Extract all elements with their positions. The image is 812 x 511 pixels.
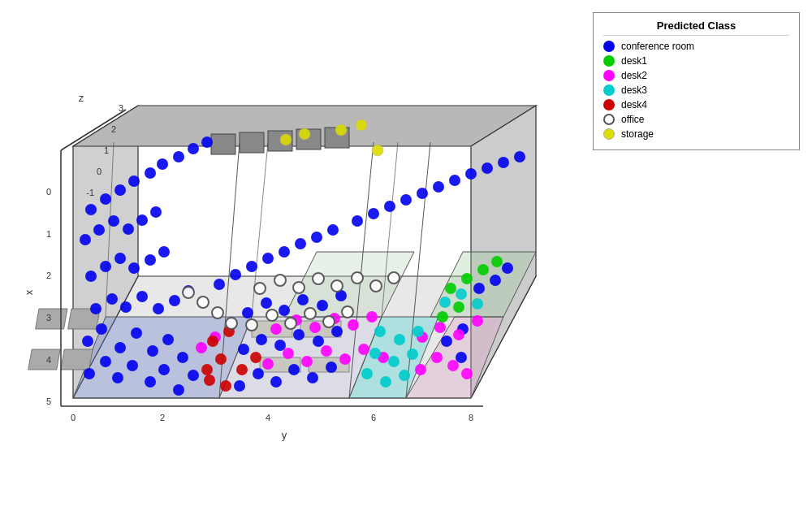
svg-point-201 (445, 283, 456, 294)
svg-point-177 (207, 336, 218, 347)
svg-point-142 (339, 353, 351, 365)
legend-item-desk3: desk3 (603, 84, 789, 96)
legend-item-desk1: desk1 (603, 55, 789, 67)
svg-point-184 (304, 308, 316, 319)
svg-point-139 (283, 348, 294, 359)
svg-point-183 (285, 318, 296, 329)
svg-point-124 (295, 238, 306, 249)
svg-point-176 (220, 380, 231, 392)
svg-text:1: 1 (104, 145, 109, 155)
storage-dot (603, 128, 615, 140)
svg-point-113 (456, 352, 467, 363)
svg-point-209 (372, 145, 383, 156)
svg-text:2: 2 (160, 413, 165, 422)
svg-point-190 (313, 273, 324, 284)
office-dot (603, 114, 615, 125)
svg-point-170 (439, 297, 451, 308)
legend-item-conference: conference room (603, 41, 789, 52)
desk1-dot (603, 55, 615, 67)
svg-point-204 (491, 256, 503, 267)
svg-point-153 (447, 360, 459, 371)
svg-point-203 (477, 264, 489, 275)
svg-point-200 (453, 301, 464, 313)
svg-point-156 (434, 322, 446, 333)
svg-point-111 (317, 300, 328, 311)
legend-label-desk4: desk4 (621, 99, 647, 110)
svg-point-185 (323, 316, 335, 327)
svg-rect-18 (28, 349, 60, 370)
svg-point-79 (158, 246, 170, 258)
svg-point-122 (262, 253, 274, 264)
svg-point-106 (331, 326, 343, 337)
svg-point-71 (153, 303, 164, 314)
svg-text:1: 1 (46, 229, 51, 239)
svg-point-154 (461, 368, 473, 379)
svg-point-88 (114, 184, 126, 196)
svg-point-127 (352, 215, 363, 227)
svg-point-74 (85, 271, 97, 282)
svg-text:4: 4 (46, 355, 51, 365)
svg-point-102 (256, 334, 267, 345)
svg-point-195 (226, 318, 237, 329)
svg-point-121 (246, 261, 257, 272)
svg-text:3: 3 (46, 313, 51, 323)
svg-point-188 (274, 275, 286, 286)
svg-point-193 (370, 280, 382, 292)
svg-text:3: 3 (119, 103, 123, 113)
svg-point-132 (433, 181, 444, 193)
svg-point-202 (461, 273, 473, 284)
svg-point-96 (253, 368, 264, 379)
svg-point-70 (136, 291, 148, 302)
desk3-dot (603, 84, 615, 96)
svg-point-95 (234, 380, 245, 392)
svg-point-66 (177, 352, 188, 363)
desk2-dot (603, 70, 615, 81)
svg-point-140 (301, 356, 313, 367)
svg-point-157 (453, 329, 464, 340)
svg-text:2: 2 (111, 124, 116, 134)
svg-point-182 (266, 310, 278, 321)
svg-point-194 (388, 272, 400, 284)
svg-point-179 (236, 364, 248, 375)
svg-point-86 (85, 204, 97, 215)
svg-point-171 (456, 288, 467, 300)
svg-point-55 (96, 323, 107, 335)
plot-svg: 5 4 3 2 1 0 0 2 4 6 8 3 2 1 0 -1 x y z (0, 0, 568, 511)
svg-point-189 (293, 282, 304, 293)
svg-point-172 (472, 298, 483, 310)
svg-point-159 (196, 342, 207, 353)
svg-point-129 (384, 201, 395, 212)
svg-point-123 (279, 246, 290, 258)
legend-label-office: office (621, 114, 644, 125)
legend-item-office: office (603, 114, 789, 125)
svg-point-206 (299, 128, 310, 140)
svg-point-105 (313, 336, 324, 347)
svg-point-58 (114, 342, 126, 353)
svg-point-101 (238, 344, 249, 355)
svg-point-56 (112, 372, 123, 383)
svg-point-205 (280, 134, 292, 145)
svg-point-69 (120, 301, 132, 313)
svg-rect-20 (61, 349, 93, 370)
svg-text:6: 6 (371, 413, 376, 422)
desk4-dot (603, 99, 615, 110)
svg-point-207 (335, 124, 347, 136)
svg-point-162 (380, 376, 391, 388)
svg-point-84 (136, 214, 148, 226)
svg-point-109 (279, 305, 290, 316)
svg-point-60 (145, 376, 156, 388)
svg-point-196 (212, 307, 223, 318)
svg-text:2: 2 (46, 271, 51, 280)
svg-point-126 (327, 224, 339, 236)
svg-point-173 (201, 364, 213, 375)
svg-point-61 (158, 364, 170, 375)
svg-point-89 (128, 175, 140, 187)
legend-item-desk4: desk4 (603, 99, 789, 110)
legend-item-storage: storage (603, 128, 789, 140)
svg-point-75 (100, 261, 111, 272)
svg-point-54 (82, 336, 93, 347)
svg-point-52 (84, 368, 95, 379)
svg-point-92 (173, 151, 184, 162)
svg-point-82 (108, 215, 119, 227)
svg-point-90 (145, 167, 156, 179)
